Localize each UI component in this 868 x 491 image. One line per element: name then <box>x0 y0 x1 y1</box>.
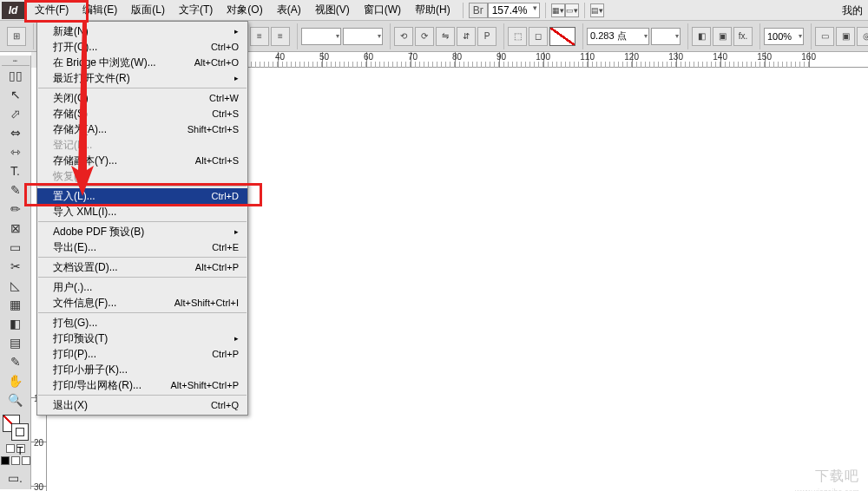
fill-stroke-swatch[interactable] <box>3 415 29 441</box>
menu-item[interactable]: 用户(.)... <box>37 279 247 295</box>
format-text-icon[interactable]: T <box>16 444 25 453</box>
selection-tool-icon[interactable]: ▯▯ <box>3 66 28 85</box>
menu-table[interactable]: 表(A) <box>270 0 308 20</box>
align-center-icon[interactable]: ≡ <box>250 27 269 46</box>
size-field[interactable] <box>301 28 341 45</box>
pen-tool-icon[interactable]: ✎ <box>3 180 28 200</box>
apply-none-icon[interactable] <box>22 456 30 465</box>
flip-v-icon[interactable]: ⇵ <box>457 27 476 46</box>
scissors-tool-icon[interactable]: ✂ <box>3 257 28 276</box>
menu-item[interactable]: 最近打开文件(R)▸ <box>37 70 247 86</box>
select-content-icon[interactable]: ◻ <box>529 27 548 46</box>
selection-arrow-icon[interactable]: ↖ <box>3 85 28 104</box>
menu-item[interactable]: 存储(S)Ctrl+S <box>37 106 247 121</box>
menu-item-label: 导入 XML(I)... <box>53 205 116 219</box>
menu-separator <box>584 3 585 18</box>
zoom-level-field[interactable]: 157.4% <box>488 3 541 18</box>
menu-shortcut: Ctrl+S <box>212 108 239 119</box>
menu-item[interactable]: 退出(X)Ctrl+Q <box>37 397 247 413</box>
bridge-button[interactable]: Br <box>469 3 488 18</box>
menu-edit[interactable]: 编辑(E) <box>76 0 124 20</box>
menu-shortcut: Ctrl+W <box>209 93 239 103</box>
menu-item[interactable]: 导出(E)...Ctrl+E <box>37 239 247 255</box>
frame-tool-icon[interactable]: ⊠ <box>3 219 28 238</box>
menu-item[interactable]: 置入(L)...Ctrl+D <box>37 188 247 204</box>
effects-icon[interactable]: ◧ <box>692 27 711 46</box>
menu-item[interactable]: 打印预设(T)▸ <box>37 331 247 346</box>
menu-item[interactable]: 导入 XML(I)... <box>37 204 247 219</box>
menu-item[interactable]: 文件信息(F)...Alt+Shift+Ctrl+I <box>37 295 247 311</box>
drop-shadow-icon[interactable]: ▣ <box>713 27 732 46</box>
select-container-icon[interactable]: ⬚ <box>508 27 527 46</box>
menu-view[interactable]: 视图(V) <box>308 0 357 20</box>
menu-item[interactable]: 在 Bridge 中浏览(W)...Alt+Ctrl+O <box>37 55 247 70</box>
transform-tool-icon[interactable]: ◺ <box>3 276 28 295</box>
menu-item[interactable]: 存储副本(Y)...Alt+Ctrl+S <box>37 153 247 168</box>
toolbox-grip[interactable]: ┅ <box>2 57 30 66</box>
menu-layout[interactable]: 版面(L) <box>124 0 172 20</box>
page-tool-icon[interactable]: ⇔ <box>3 123 28 142</box>
menu-item[interactable]: 新建(N)▸ <box>37 23 247 39</box>
submenu-arrow-icon: ▸ <box>234 74 239 82</box>
view-mode-icon[interactable]: ▭. <box>3 468 28 488</box>
account-label[interactable]: 我的 <box>842 3 863 18</box>
format-container-icon[interactable] <box>6 444 15 453</box>
screen-mode-icon[interactable]: ▭▾ <box>565 3 579 17</box>
menu-item[interactable]: 打印小册子(K)... <box>37 362 247 377</box>
stroke-style-field[interactable] <box>651 28 681 45</box>
menu-item-label: 存储(S) <box>53 107 88 121</box>
menu-item-label: 打印(P)... <box>53 347 96 362</box>
align-right-icon[interactable]: ≡ <box>271 27 290 46</box>
apply-gradient-icon[interactable] <box>11 456 20 465</box>
gradient-swatch-icon[interactable]: ▦ <box>3 295 28 314</box>
fx-icon[interactable]: fx. <box>733 27 753 46</box>
view-options-icon[interactable]: ▦▾ <box>551 3 565 17</box>
menu-type[interactable]: 文字(T) <box>172 0 220 20</box>
menu-shortcut: Ctrl+Q <box>211 400 239 410</box>
apply-color-icon[interactable] <box>1 456 10 465</box>
menu-help[interactable]: 帮助(H) <box>408 0 457 20</box>
arrange-docs-icon[interactable]: ▤▾ <box>590 3 604 17</box>
para-style-p-icon[interactable]: P <box>477 27 496 46</box>
stroke-swatch-icon[interactable] <box>11 423 29 441</box>
stroke-weight-field[interactable]: 0.283 点 <box>587 28 649 45</box>
menu-item-label: 打包(G)... <box>53 316 97 331</box>
text-wrap-bbox-icon[interactable]: ▣ <box>836 27 855 46</box>
menu-item-label: 打开(O)... <box>53 40 97 55</box>
gradient-feather-icon[interactable]: ◧ <box>3 314 28 333</box>
direct-selection-icon[interactable]: ⬀ <box>3 104 28 123</box>
menu-item[interactable]: 关闭(C)Ctrl+W <box>37 90 247 106</box>
menu-item[interactable]: 打开(O)...Ctrl+O <box>37 39 247 55</box>
gap-tool-icon[interactable]: ⇿ <box>3 142 28 161</box>
menu-shortcut: Shift+Ctrl+S <box>187 124 239 134</box>
menu-separator <box>38 277 247 278</box>
menu-item[interactable]: 存储为(A)...Shift+Ctrl+S <box>37 121 247 137</box>
eyedropper-tool-icon[interactable]: ✎ <box>3 352 28 371</box>
menu-object[interactable]: 对象(O) <box>220 0 269 20</box>
reference-point-icon[interactable]: ⊞ <box>7 27 26 46</box>
rectangle-tool-icon[interactable]: ▭ <box>3 238 28 257</box>
text-wrap-none-icon[interactable]: ▭ <box>815 27 834 46</box>
menu-item[interactable]: 打印/导出网格(R)...Alt+Shift+Ctrl+P <box>37 377 247 393</box>
menu-item[interactable]: Adobe PDF 预设(B)▸ <box>37 224 247 239</box>
menu-window[interactable]: 窗口(W) <box>357 0 408 20</box>
menu-item[interactable]: 文档设置(D)...Alt+Ctrl+P <box>37 259 247 275</box>
flip-h-icon[interactable]: ⇋ <box>436 27 455 46</box>
menu-file[interactable]: 文件(F) <box>28 0 76 20</box>
menu-separator <box>463 3 464 18</box>
hand-tool-icon[interactable]: ✋ <box>3 371 28 390</box>
menu-item-label: 用户(.)... <box>53 280 92 295</box>
zoom-tool-icon[interactable]: 🔍 <box>3 390 28 409</box>
type-tool-icon[interactable]: T. <box>3 161 28 180</box>
menu-item[interactable]: 打印(P)...Ctrl+P <box>37 346 247 362</box>
opacity-field[interactable]: 100% <box>764 28 804 45</box>
fill-swatch[interactable] <box>549 27 575 46</box>
note-tool-icon[interactable]: ▤ <box>3 333 28 352</box>
menu-item[interactable]: 打包(G)... <box>37 315 247 331</box>
pencil-tool-icon[interactable]: ✏ <box>3 200 28 219</box>
leading-field[interactable] <box>343 28 383 45</box>
rotate-cw-icon[interactable]: ⟳ <box>415 27 434 46</box>
menu-item: 登记(I)... <box>37 137 247 153</box>
rotate-ccw-icon[interactable]: ⟲ <box>394 27 413 46</box>
text-wrap-shape-icon[interactable]: ◎ <box>857 27 868 46</box>
